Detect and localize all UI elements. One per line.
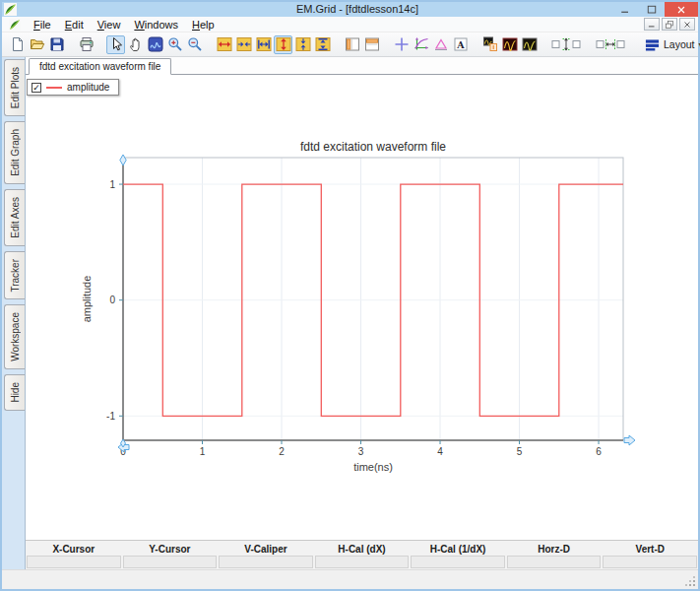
menu-items: FileEditViewWindowsHelp xyxy=(27,19,222,31)
caliper-triangle-button[interactable] xyxy=(431,35,450,54)
compress-horizontal-button[interactable] xyxy=(234,35,253,54)
text-annotation-button[interactable]: A xyxy=(451,35,470,54)
save-button[interactable] xyxy=(47,35,66,54)
legend-checkbox[interactable]: ✓ xyxy=(32,83,41,93)
waveform-chart[interactable]: 0123456-101fdtd excitation waveform file… xyxy=(26,75,698,540)
plot-dark-red-button[interactable] xyxy=(500,35,519,54)
zoom-out-icon xyxy=(187,36,203,52)
compress-vertical-button[interactable] xyxy=(293,35,312,54)
toolbar-group xyxy=(480,35,540,54)
copy-plot-icon xyxy=(482,36,498,52)
readout-value xyxy=(27,556,121,568)
side-tab-edit-plots[interactable]: Edit Plots xyxy=(4,59,25,116)
align-vertical-button[interactable] xyxy=(549,35,583,54)
menu-edit[interactable]: Edit xyxy=(58,19,91,31)
readout-value xyxy=(123,556,218,568)
side-tab-tracker[interactable]: Tracker xyxy=(4,251,25,300)
svg-text:A: A xyxy=(456,39,465,50)
layout-button-label: Layout xyxy=(664,38,695,50)
split-horizontal-button[interactable] xyxy=(362,35,381,54)
expand-vertical-button[interactable] xyxy=(274,35,292,54)
side-tab-label: Tracker xyxy=(10,259,21,293)
expand-horizontal-icon xyxy=(217,36,232,52)
readout-value xyxy=(219,556,313,568)
svg-text:0: 0 xyxy=(109,295,115,305)
side-tab-edit-axes[interactable]: Edit Axes xyxy=(4,189,25,246)
readout-header-x-cursor: X-Cursor xyxy=(26,544,122,555)
tab-fdtd-excitation-waveform-file[interactable]: fdtd excitation waveform file xyxy=(29,58,171,75)
select-arrow-icon xyxy=(108,36,124,52)
side-tab-label: Hide xyxy=(10,382,21,403)
fit-vertical-button[interactable] xyxy=(313,35,332,54)
mdi-close-button[interactable] xyxy=(679,18,695,31)
fit-view-button[interactable] xyxy=(146,35,164,54)
side-tab-label: Edit Graph xyxy=(10,129,21,176)
resize-grip[interactable] xyxy=(693,584,695,586)
readout-header-horz-d: Horz-D xyxy=(506,544,603,555)
open-file-icon xyxy=(30,36,45,52)
fit-horizontal-button[interactable] xyxy=(254,35,273,54)
zoom-out-button[interactable] xyxy=(185,35,204,54)
new-document-button[interactable] xyxy=(8,35,27,54)
copy-plot-button[interactable] xyxy=(480,35,499,54)
document-logo-icon xyxy=(9,19,21,31)
document-tab-bar: fdtd excitation waveform file xyxy=(26,57,698,75)
layout-icon xyxy=(645,37,660,52)
app-window: EM.Grid - [fdtdlesson14c] FileEditViewWi… xyxy=(0,0,700,591)
svg-text:2: 2 xyxy=(279,446,285,457)
compress-vertical-icon xyxy=(295,36,311,52)
side-tab-workspace[interactable]: Workspace xyxy=(4,304,25,369)
plot-dark-red-icon xyxy=(502,36,518,52)
readout-value xyxy=(315,556,410,568)
app-logo-icon xyxy=(4,3,17,16)
menu-windows[interactable]: Windows xyxy=(127,19,185,31)
close-button[interactable] xyxy=(665,2,698,17)
minimize-button[interactable] xyxy=(611,2,638,17)
mdi-restore-button[interactable] xyxy=(662,18,677,31)
svg-text:time(ns): time(ns) xyxy=(353,461,393,473)
restore-icon xyxy=(665,20,674,30)
toolbar-group xyxy=(8,35,67,54)
menu-help[interactable]: Help xyxy=(185,19,222,31)
close-icon xyxy=(682,20,692,30)
menu-file[interactable]: File xyxy=(27,19,58,31)
plot-dark-yellow-icon xyxy=(522,36,538,52)
title-bar: EM.Grid - [fdtdlesson14c] xyxy=(2,2,698,17)
expand-horizontal-button[interactable] xyxy=(215,35,233,54)
pan-hand-button[interactable] xyxy=(126,35,145,54)
toolbar-group xyxy=(549,35,584,54)
split-vertical-button[interactable] xyxy=(343,35,361,54)
toolbar-group xyxy=(594,35,628,54)
align-horizontal-button[interactable] xyxy=(594,35,627,54)
layout-button[interactable]: Layout▾ xyxy=(638,35,700,54)
tracker-button[interactable] xyxy=(412,35,430,54)
window-title: EM.Grid - [fdtdlesson14c] xyxy=(17,2,698,17)
select-arrow-button[interactable] xyxy=(106,35,125,54)
open-file-button[interactable] xyxy=(28,35,46,54)
crosshair-button[interactable] xyxy=(392,35,411,54)
minimize-icon xyxy=(647,20,657,30)
readout-header-h-cal-dx-: H-Cal (dX) xyxy=(314,544,411,555)
expand-vertical-icon xyxy=(276,36,291,52)
plot-dark-yellow-button[interactable] xyxy=(520,35,539,54)
fit-view-icon xyxy=(148,36,163,52)
readout-header-v-caliper: V-Caliper xyxy=(218,544,314,555)
side-tab-label: Edit Axes xyxy=(10,197,21,238)
maximize-button[interactable] xyxy=(638,2,665,17)
status-bar xyxy=(2,569,698,589)
readout-header-vert-d: Vert-D xyxy=(602,544,698,555)
side-tab-hide[interactable]: Hide xyxy=(4,374,25,411)
svg-text:4: 4 xyxy=(437,446,443,457)
readout-value xyxy=(411,556,505,568)
plot-region: ✓ amplitude 0123456-101fdtd excitation w… xyxy=(26,75,698,540)
caliper-triangle-icon xyxy=(433,36,449,52)
readout-header-h-cal-1-dx-: H-Cal (1/dX) xyxy=(410,544,506,555)
mdi-minimize-button[interactable] xyxy=(644,18,660,31)
document-tab-label: fdtd excitation waveform file xyxy=(39,61,160,72)
zoom-in-button[interactable] xyxy=(165,35,184,54)
menu-view[interactable]: View xyxy=(91,19,128,31)
print-button[interactable] xyxy=(77,35,95,54)
side-tab-edit-graph[interactable]: Edit Graph xyxy=(4,121,25,184)
toolbar-group xyxy=(215,35,333,54)
minimize-icon xyxy=(619,4,631,16)
